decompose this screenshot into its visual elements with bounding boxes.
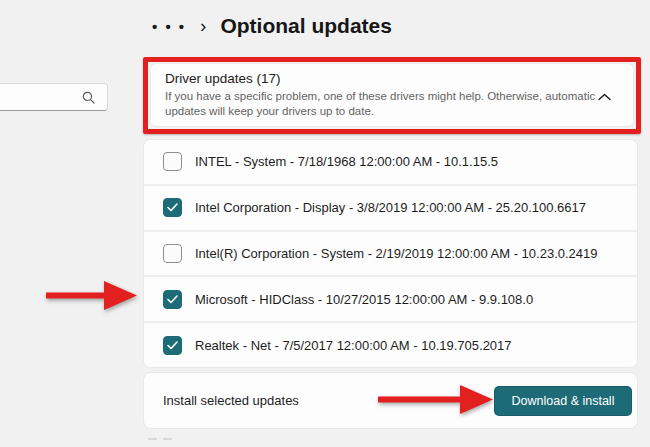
chevron-up-icon[interactable] [598,87,611,105]
download-install-button[interactable]: Download & install [494,386,632,416]
driver-update-checkbox[interactable] [163,152,182,171]
install-bar: Install selected updates Download & inst… [143,372,638,429]
breadcrumb-separator-icon: › [200,16,206,35]
partial-next-section [148,438,182,442]
driver-updates-list: INTEL - System - 7/18/1968 12:00:00 AM -… [143,139,638,368]
driver-update-checkbox[interactable] [163,336,182,355]
driver-update-row: Microsoft - HIDClass - 10/27/2015 12:00:… [144,275,637,321]
driver-update-label: Intel(R) Corporation - System - 2/19/201… [195,246,598,261]
search-icon [82,91,95,104]
driver-update-label: Microsoft - HIDClass - 10/27/2015 12:00:… [195,292,533,307]
driver-updates-title: Driver updates (17) [165,71,598,86]
install-selected-label: Install selected updates [163,393,299,408]
driver-update-row: Realtek - Net - 7/5/2017 12:00:00 AM - 1… [144,321,637,367]
driver-update-label: Intel Corporation - Display - 3/8/2019 1… [195,200,586,215]
driver-update-checkbox[interactable] [163,198,182,217]
search-input[interactable] [0,83,108,111]
page-title: Optional updates [220,15,392,36]
breadcrumb-ellipsis[interactable]: • • • [152,17,186,34]
driver-update-row: INTEL - System - 7/18/1968 12:00:00 AM -… [144,140,637,184]
driver-update-label: INTEL - System - 7/18/1968 12:00:00 AM -… [195,154,498,169]
checkmark-icon [167,295,178,304]
annotation-arrow-hidclass [46,280,138,311]
driver-update-checkbox[interactable] [163,290,182,309]
driver-update-label: Realtek - Net - 7/5/2017 12:00:00 AM - 1… [195,338,512,353]
checkmark-icon [167,203,178,212]
driver-update-row: Intel(R) Corporation - System - 2/19/201… [144,230,637,276]
driver-updates-expander[interactable]: Driver updates (17) If you have a specif… [150,63,634,127]
checkmark-icon [167,341,178,350]
driver-updates-description: If you have a specific problem, one of t… [165,89,598,119]
breadcrumb: • • • › Optional updates [152,8,392,42]
driver-update-checkbox[interactable] [163,244,182,263]
driver-update-row: Intel Corporation - Display - 3/8/2019 1… [144,184,637,230]
